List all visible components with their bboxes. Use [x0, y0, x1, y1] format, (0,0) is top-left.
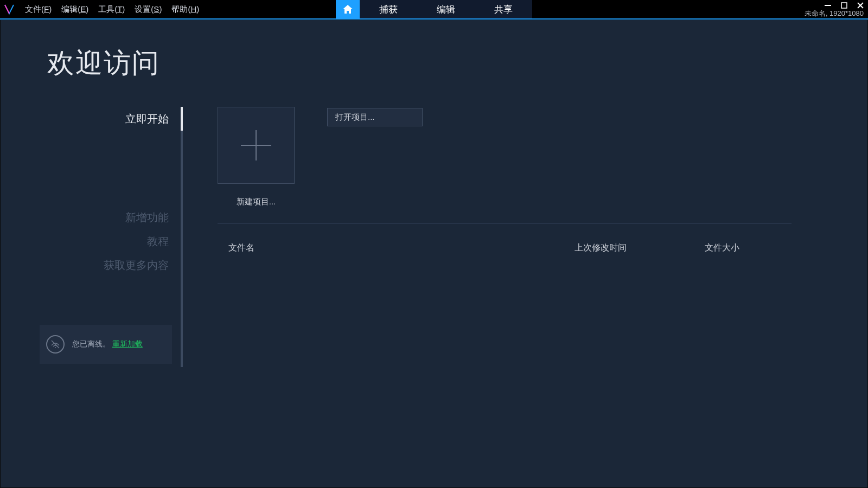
offline-text: 您已离线。 重新加载: [72, 339, 143, 350]
reload-link[interactable]: 重新加载: [112, 339, 143, 348]
divider: [218, 223, 792, 224]
new-project-tile[interactable]: 新建项目...: [218, 107, 295, 207]
nav-start[interactable]: 立即开始: [1, 107, 185, 131]
home-icon: [342, 4, 353, 14]
page-title: 欢迎访问: [47, 45, 160, 81]
menu-edit[interactable]: 编辑(E): [61, 4, 88, 15]
title-bar: 文件(F) 编辑(E) 工具(T) 设置(S) 帮助(H) 捕获 编辑 共享 未…: [0, 0, 868, 18]
menu-tools[interactable]: 工具(T): [98, 4, 125, 15]
main-area: 欢迎访问 立即开始 新增功能 教程 获取更多内容 您已离线。 重新加载: [0, 20, 868, 488]
menu-help[interactable]: 帮助(H): [171, 4, 199, 15]
svg-rect-1: [841, 3, 847, 8]
svg-point-4: [55, 347, 56, 348]
new-project-label: 新建项目...: [237, 197, 276, 207]
tab-edit[interactable]: 编辑: [417, 0, 475, 18]
col-filename: 文件名: [218, 242, 575, 254]
new-project-box[interactable]: [218, 107, 295, 184]
tab-share[interactable]: 共享: [475, 0, 532, 18]
maximize-icon: [841, 2, 847, 9]
close-icon: [857, 2, 864, 9]
project-status: 未命名, 1920*1080: [805, 9, 864, 18]
offline-notice: 您已离线。 重新加载: [40, 325, 172, 364]
col-size: 文件大小: [705, 242, 792, 254]
start-panel: 新建项目... 打开项目... 文件名 上次修改时间 文件大小: [218, 107, 792, 466]
recent-table-header: 文件名 上次修改时间 文件大小: [218, 242, 792, 254]
nav-whats-new[interactable]: 新增功能: [1, 206, 185, 229]
minimize-icon: [825, 2, 831, 9]
open-project-button[interactable]: 打开项目...: [327, 108, 423, 126]
plus-icon: [241, 130, 271, 160]
tab-home[interactable]: [336, 0, 360, 18]
tab-capture[interactable]: 捕获: [360, 0, 417, 18]
col-modified: 上次修改时间: [575, 242, 705, 254]
nav-tutorials[interactable]: 教程: [1, 229, 185, 253]
svg-rect-0: [825, 5, 831, 6]
menu-settings[interactable]: 设置(S): [135, 4, 162, 15]
offline-icon: [46, 335, 65, 354]
app-logo: [0, 0, 18, 18]
menu-bar: 文件(F) 编辑(E) 工具(T) 设置(S) 帮助(H): [25, 4, 199, 15]
mode-tabs: 捕获 编辑 共享: [336, 0, 532, 18]
nav-separator: [181, 107, 183, 367]
nav-get-more[interactable]: 获取更多内容: [1, 253, 185, 277]
menu-file[interactable]: 文件(F): [25, 4, 52, 15]
